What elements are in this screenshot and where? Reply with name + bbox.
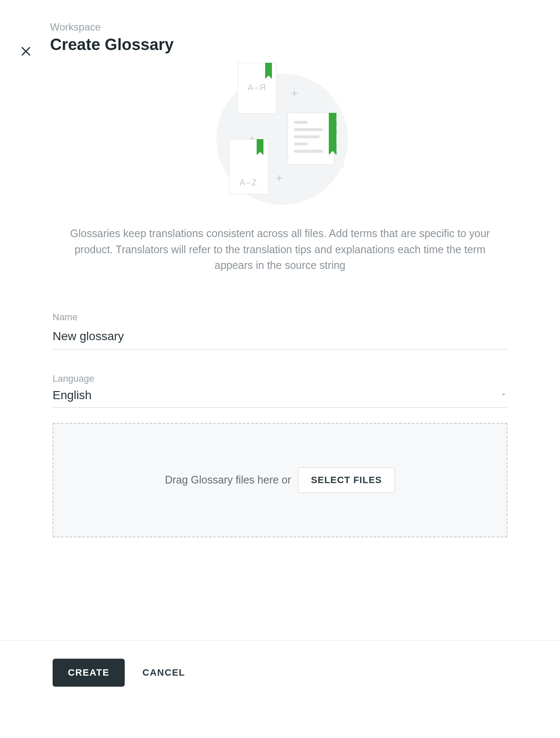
illus-list-card (288, 113, 334, 165)
close-icon[interactable] (19, 44, 33, 59)
language-label: Language (53, 373, 507, 384)
page-title: Create Glossary (50, 36, 174, 54)
cancel-button[interactable]: CANCEL (139, 659, 189, 687)
description-text: Glossaries keep translations consistent … (53, 226, 507, 274)
illus-card-cyrillic: А–Я (238, 63, 277, 114)
illus-card-label: А–Я (238, 83, 276, 92)
illus-card-label: A–Z (230, 178, 268, 187)
language-value: English (53, 389, 500, 402)
dropzone-text: Drag Glossary files here or (165, 474, 291, 486)
name-input[interactable] (53, 327, 507, 349)
select-files-button[interactable]: SELECT FILES (298, 467, 395, 493)
glossary-illustration: А–Я + + A–Z + (53, 63, 507, 207)
name-label: Name (53, 312, 507, 323)
breadcrumb: Workspace (50, 21, 174, 33)
illus-card-latin: A–Z (229, 139, 268, 194)
create-button[interactable]: CREATE (53, 659, 125, 687)
chevron-down-icon (500, 391, 507, 400)
language-select[interactable]: English (53, 389, 507, 408)
file-dropzone[interactable]: Drag Glossary files here or SELECT FILES (53, 423, 507, 537)
